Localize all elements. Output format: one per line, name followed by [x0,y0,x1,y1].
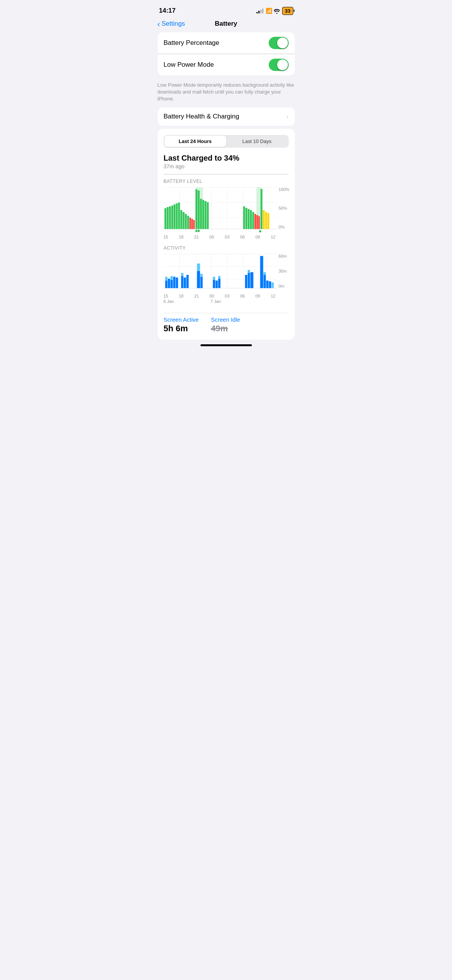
svg-rect-62 [173,277,175,288]
status-icons: 📶 33 [256,7,293,15]
battery-chart-label: BATTERY LEVEL [164,179,289,184]
svg-rect-18 [178,202,180,229]
battery-health-row[interactable]: Battery Health & Charging › [158,107,295,126]
svg-rect-43 [263,210,265,229]
svg-rect-82 [263,275,266,288]
battery-percentage-label: Battery Percentage [164,39,220,47]
legend: Screen Active 5h 6m Screen Idle 49m [164,313,289,334]
screen-idle-legend[interactable]: Screen Idle 49m [211,316,240,334]
charge-title: Last Charged to 34% [164,154,289,163]
svg-rect-66 [184,278,186,288]
svg-rect-79 [248,270,250,273]
svg-rect-57 [165,281,167,288]
svg-rect-33 [197,230,199,232]
svg-rect-69 [197,271,200,288]
svg-rect-23 [204,201,206,229]
screen-active-label: Screen Active [164,316,199,323]
svg-rect-24 [207,202,209,229]
low-power-mode-toggle[interactable] [269,59,289,71]
screen-active-legend[interactable]: Screen Active 5h 6m [164,316,199,334]
svg-rect-20 [197,191,199,229]
svg-rect-12 [164,208,166,229]
svg-rect-36 [248,209,250,229]
page-title: Battery [215,20,237,28]
battery-level-chart [164,187,277,233]
svg-rect-34 [243,206,245,229]
activity-chart-label: ACTIVITY [164,245,289,251]
svg-rect-84 [266,281,268,288]
svg-rect-59 [168,279,170,288]
svg-rect-83 [263,272,266,275]
svg-rect-30 [191,219,193,229]
svg-rect-70 [200,277,202,288]
battery-health-card[interactable]: Battery Health & Charging › [158,107,295,126]
screen-idle-label: Screen Idle [211,316,240,323]
status-bar: 14:17 📶 33 [151,0,301,18]
last-24-hours-button[interactable]: Last 24 Hours [164,136,226,147]
time-range-segmented-control[interactable]: Last 24 Hours Last 10 Days [164,135,289,148]
battery-percentage-row: Battery Percentage [158,32,295,54]
svg-rect-21 [200,199,202,229]
low-power-mode-row: Low Power Mode [158,54,295,76]
battery-health-label: Battery Health & Charging [164,113,240,120]
svg-rect-28 [187,216,189,229]
svg-rect-60 [170,280,173,288]
svg-rect-25 [180,210,182,229]
svg-rect-14 [169,206,171,229]
screen-idle-value: 49m [211,324,240,334]
battery-y-axis: 100% 50% 0% [277,187,289,229]
svg-rect-15 [171,206,173,229]
svg-rect-38 [252,212,254,229]
status-time: 14:17 [159,7,176,15]
charge-info: Last Charged to 34% 37m ago [164,154,289,169]
activity-chart [164,254,277,292]
svg-rect-17 [176,203,178,229]
svg-rect-78 [248,273,250,288]
svg-rect-58 [165,277,167,281]
battery-x-axis: 15 18 21 00 03 06 09 12 [164,233,276,239]
battery-percentage-toggle[interactable] [269,37,289,49]
svg-rect-42 [260,189,262,229]
svg-rect-37 [250,210,251,229]
screen-active-value: 5h 6m [164,324,199,334]
last-10-days-button[interactable]: Last 10 Days [226,136,288,147]
svg-rect-40 [256,215,258,229]
svg-rect-65 [181,273,183,276]
svg-rect-16 [173,204,175,229]
svg-point-46 [259,230,261,232]
svg-rect-75 [218,279,220,288]
svg-rect-27 [185,214,187,229]
activity-x-axis: 15 18 21 00 03 06 09 12 [164,292,276,298]
svg-rect-72 [213,280,215,288]
date-labels: 6 Jan 7 Jan [164,298,276,299]
back-chevron-icon: ‹ [158,20,160,28]
usage-card: Last 24 Hours Last 10 Days Last Charged … [158,129,295,340]
svg-rect-19 [195,189,197,229]
low-power-description: Low Power Mode temporarily reduces backg… [151,79,301,107]
nav-bar: ‹ Settings Battery [151,18,301,32]
svg-rect-80 [250,272,253,288]
signal-bars-icon [256,8,263,13]
svg-rect-44 [265,212,267,229]
back-label: Settings [161,20,185,28]
svg-rect-13 [166,207,168,229]
svg-rect-63 [176,278,178,288]
svg-rect-31 [193,220,194,229]
svg-rect-22 [202,200,204,229]
svg-rect-81 [260,256,263,288]
wifi-icon: 📶 [266,8,280,14]
home-indicator [201,344,252,346]
svg-rect-26 [182,212,184,229]
svg-rect-64 [181,276,183,288]
svg-rect-74 [215,281,218,288]
chevron-right-icon: › [286,113,288,120]
battery-settings-card: Battery Percentage Low Power Mode [158,32,295,76]
svg-rect-29 [189,218,191,229]
svg-rect-35 [245,208,247,229]
activity-y-axis: 60m 30m 0m [277,254,289,288]
svg-rect-61 [170,276,173,280]
low-power-mode-label: Low Power Mode [164,61,214,69]
battery-level-badge: 33 [282,7,293,15]
back-button[interactable]: ‹ Settings [158,20,185,28]
battery-status-icon: 33 [282,7,293,15]
